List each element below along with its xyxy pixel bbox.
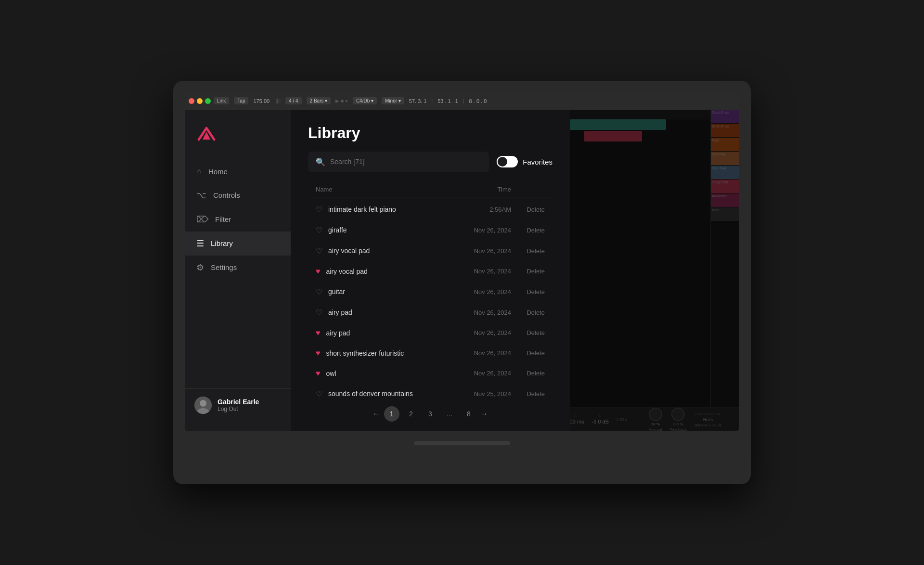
item-time: Nov 25, 2024 xyxy=(444,390,511,397)
tempo-display: 175.00 xyxy=(253,98,270,104)
home-icon: ⌂ xyxy=(196,167,202,177)
item-time: Nov 26, 2024 xyxy=(444,370,511,377)
pagination: ← 1 2 3 ... 8 → xyxy=(291,397,570,431)
delete-button[interactable]: Delete xyxy=(511,288,545,295)
settings-icon: ⚙ xyxy=(196,262,204,273)
item-name: guitar xyxy=(328,288,444,295)
item-name: airy pad xyxy=(326,329,444,337)
item-time: Nov 26, 2024 xyxy=(444,288,511,295)
page-ellipsis: ... xyxy=(442,406,457,422)
logout-button[interactable]: Log Out xyxy=(218,406,281,412)
nav-controls[interactable]: ⌥ Controls xyxy=(185,183,291,207)
delete-button[interactable]: Delete xyxy=(511,268,545,275)
favorite-icon[interactable]: ♡ xyxy=(316,389,322,397)
page-1-button[interactable]: 1 xyxy=(384,406,399,422)
item-name: airy vocal pad xyxy=(326,268,444,275)
library-main-content: Library 🔍 Search [71] Favorites xyxy=(291,110,570,431)
nav-filter[interactable]: ⌦ Filter xyxy=(185,207,291,231)
favorite-icon[interactable]: ♥ xyxy=(316,349,321,358)
link-button[interactable]: Link xyxy=(214,97,229,104)
nav-library[interactable]: ☰ Library xyxy=(185,231,291,256)
library-title: Library xyxy=(308,124,552,142)
window-controls[interactable] xyxy=(189,98,211,104)
controls-icon: ⌥ xyxy=(196,190,206,201)
minimize-button[interactable] xyxy=(197,98,203,104)
col-action-header xyxy=(511,186,545,193)
table-row[interactable]: ♥ airy vocal pad Nov 26, 2024 Delete xyxy=(308,261,552,282)
prev-page-button[interactable]: ← xyxy=(372,410,380,418)
item-name: short synthesizer futuristic xyxy=(326,349,444,357)
table-row[interactable]: ♡ giraffe Nov 26, 2024 Delete xyxy=(308,220,552,241)
library-table: Name Time ♡ intimate dark felt piano 2:5… xyxy=(291,182,570,397)
library-modal: ⌂ Home ⌥ Controls ⌦ Filter ☰ Library xyxy=(185,110,570,431)
delete-button[interactable]: Delete xyxy=(511,370,545,377)
item-name: owl xyxy=(326,370,444,377)
favorite-icon[interactable]: ♡ xyxy=(316,205,322,214)
favorites-label: Favorites xyxy=(523,158,552,166)
page-2-button[interactable]: 2 xyxy=(403,406,419,422)
search-placeholder: Search [71] xyxy=(330,158,365,166)
table-row[interactable]: ♡ guitar Nov 26, 2024 Delete xyxy=(308,282,552,302)
delete-button[interactable]: Delete xyxy=(511,206,545,213)
table-row[interactable]: ♡ airy pad Nov 26, 2024 Delete xyxy=(308,302,552,323)
favorite-icon[interactable]: ♡ xyxy=(316,308,322,317)
favorite-icon[interactable]: ♡ xyxy=(316,287,322,296)
time-sig-button[interactable]: 4 / 4 xyxy=(285,97,301,104)
user-section[interactable]: Gabriel Earle Log Out xyxy=(185,388,291,422)
laptop-notch xyxy=(414,441,510,445)
loop-display: 53 . 1 . 1 xyxy=(437,98,458,104)
laptop-bottom xyxy=(185,431,739,455)
favorites-toggle[interactable]: Favorites xyxy=(497,156,552,167)
item-name: intimate dark felt piano xyxy=(328,205,444,213)
col-time-header: Time xyxy=(444,186,511,193)
key-button[interactable]: C#/Db ▾ xyxy=(353,97,377,104)
item-time: Nov 26, 2024 xyxy=(444,227,511,234)
col-name-header: Name xyxy=(316,186,444,193)
app-logo xyxy=(185,119,291,160)
table-header: Name Time xyxy=(308,182,552,197)
delete-button[interactable]: Delete xyxy=(511,227,545,234)
table-row[interactable]: ♡ sounds of denver mountains Nov 25, 202… xyxy=(308,384,552,397)
avatar-image xyxy=(194,397,212,414)
next-page-button[interactable]: → xyxy=(480,410,488,418)
search-icon: 🔍 xyxy=(316,157,325,167)
user-name: Gabriel Earle xyxy=(218,398,281,406)
table-row[interactable]: ♥ airy pad Nov 26, 2024 Delete xyxy=(308,323,552,343)
table-row[interactable]: ♡ intimate dark felt piano 2:56AM Delete xyxy=(308,199,552,220)
item-name: airy vocal pad xyxy=(328,247,444,255)
position-display: 57. 3. 1 xyxy=(409,98,427,104)
favorite-icon[interactable]: ♡ xyxy=(316,246,322,256)
loop-end-display: 8 . 0 . 0 xyxy=(469,98,487,104)
table-row[interactable]: ♥ owl Nov 26, 2024 Delete xyxy=(308,363,552,384)
fullscreen-button[interactable] xyxy=(205,98,211,104)
nav-home[interactable]: ⌂ Home xyxy=(185,160,291,183)
delete-button[interactable]: Delete xyxy=(511,329,545,336)
item-time: 2:56AM xyxy=(444,206,511,213)
toggle-switch[interactable] xyxy=(497,156,518,167)
filter-icon: ⌦ xyxy=(196,214,208,225)
logo-icon xyxy=(194,124,218,143)
item-name: airy pad xyxy=(328,308,444,316)
library-header: Library 🔍 Search [71] Favorites xyxy=(291,110,570,182)
library-nav-sidebar: ⌂ Home ⌥ Controls ⌦ Filter ☰ Library xyxy=(185,110,291,431)
search-box[interactable]: 🔍 Search [71] xyxy=(308,152,489,172)
mode-button[interactable]: Minor ▾ xyxy=(382,97,404,104)
delete-button[interactable]: Delete xyxy=(511,349,545,357)
delete-button[interactable]: Delete xyxy=(511,247,545,255)
favorite-icon[interactable]: ♡ xyxy=(316,226,322,235)
nav-settings[interactable]: ⚙ Settings xyxy=(185,256,291,280)
favorite-icon[interactable]: ♥ xyxy=(316,369,321,378)
table-rows: ♡ intimate dark felt piano 2:56AM Delete… xyxy=(308,199,552,397)
table-row[interactable]: ♥ short synthesizer futuristic Nov 26, 2… xyxy=(308,343,552,363)
page-8-button[interactable]: 8 xyxy=(461,406,476,422)
delete-button[interactable]: Delete xyxy=(511,309,545,316)
tap-button[interactable]: Tap xyxy=(234,97,248,104)
bars-button[interactable]: 2 Bars ▾ xyxy=(307,97,331,104)
modal-overlay: ⌂ Home ⌥ Controls ⌦ Filter ☰ Library xyxy=(185,110,739,431)
page-3-button[interactable]: 3 xyxy=(423,406,438,422)
favorite-icon[interactable]: ♥ xyxy=(316,267,321,276)
close-button[interactable] xyxy=(189,98,194,104)
favorite-icon[interactable]: ♥ xyxy=(316,329,321,337)
table-row[interactable]: ♡ airy vocal pad Nov 26, 2024 Delete xyxy=(308,241,552,261)
delete-button[interactable]: Delete xyxy=(511,390,545,397)
